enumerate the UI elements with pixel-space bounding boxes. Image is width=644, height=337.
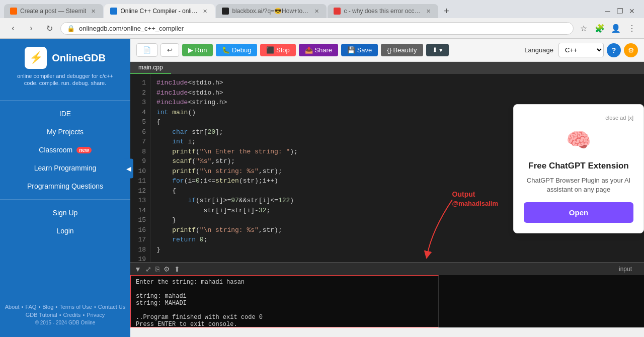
debug-button[interactable]: 🐛 Debug: [216, 44, 257, 56]
logo-text: OnlineGDB: [52, 52, 106, 64]
sidebar-collapse-button[interactable]: ◀: [124, 159, 133, 179]
sidebar-logo: ⚡ OnlineGDB: [25, 47, 106, 69]
sidebar-copyright: © 2015 - 2024 GDB Online: [4, 320, 126, 325]
new-file-button[interactable]: 📄: [136, 43, 157, 57]
console-area: Enter the string: mahadi hasan string: m…: [130, 275, 644, 327]
download-button[interactable]: ⬇ ▾: [426, 44, 449, 56]
sidebar-footer-links: About • FAQ • Blog • Terms of Use • Cont…: [4, 304, 126, 310]
tab-close-stackoverflow[interactable]: ✕: [424, 7, 432, 15]
sidebar-item-classroom[interactable]: Classroom new: [0, 141, 130, 159]
tab-title-steemit: Create a post — Steemit: [20, 8, 86, 15]
maximize-button[interactable]: ❐: [616, 7, 624, 15]
tab-favicon-4: [334, 8, 341, 15]
ad-brain-icon: 🧠: [564, 125, 594, 155]
ad-open-button[interactable]: Open: [524, 202, 633, 223]
app-layout: ⚡ OnlineGDB online compiler and debugger…: [0, 39, 644, 337]
tab-onlinegdb[interactable]: Online C++ Compiler - online c ✕: [104, 4, 215, 18]
ad-close-label[interactable]: close ad [x]: [605, 115, 633, 121]
extensions-icon[interactable]: 🧩: [594, 22, 606, 34]
beautify-button[interactable]: {} Beautify: [381, 44, 423, 56]
footer-link-about[interactable]: About: [5, 304, 20, 310]
console-output[interactable]: Enter the string: mahadi hasan string: m…: [130, 275, 439, 327]
save-button[interactable]: 💾 Save: [341, 44, 378, 56]
new-tab-button[interactable]: +: [439, 4, 453, 18]
main-content: 📄 ↩ ▶ Run 🐛 Debug ⬛ Stop 📤 Share 💾 Save …: [130, 39, 644, 337]
address-text: onlinegdb.com/online_c++_compiler: [79, 25, 567, 32]
console-input-area[interactable]: [439, 275, 644, 327]
tab-title-blackbox: blackbox.ai/?q=😎How+to+ce: [232, 8, 309, 15]
ad-overlay: close ad [x] 🧠 Free ChatGPT Extension Ch…: [513, 104, 644, 233]
sidebar-footer: About • FAQ • Blog • Terms of Use • Cont…: [0, 298, 130, 331]
open-file-button[interactable]: ↩: [160, 43, 179, 57]
tab-close-steemit[interactable]: ✕: [89, 7, 97, 15]
address-input[interactable]: 🔒 onlinegdb.com/online_c++_compiler: [60, 22, 574, 35]
line-numbers: 12345 678910 1112131415 16171819: [130, 74, 150, 262]
bottom-upload-button[interactable]: ⬆: [174, 265, 180, 273]
bottom-settings-button[interactable]: ⚙: [164, 265, 170, 273]
footer-link-faq[interactable]: FAQ: [25, 304, 36, 310]
browser-chrome: Create a post — Steemit ✕ Online C++ Com…: [0, 0, 644, 39]
bottom-popout-button[interactable]: ⤢: [145, 265, 151, 273]
footer-link-credits[interactable]: Credits: [63, 312, 81, 318]
file-tab-main[interactable]: main.cpp: [130, 62, 171, 74]
footer-link-contact[interactable]: Contact Us: [98, 304, 125, 310]
bottom-panel: ▼ ⤢ ⎘ ⚙ ⬆ input Enter the string: mahadi…: [130, 262, 644, 327]
settings-button[interactable]: ⚙: [624, 43, 638, 57]
language-label: Language: [524, 46, 553, 54]
ad-desc: ChatGPT Browser Plugin as your AI assist…: [524, 176, 633, 194]
sidebar-divider-2: [0, 199, 130, 200]
run-button[interactable]: ▶ Run: [182, 44, 213, 56]
tab-favicon: [10, 8, 17, 15]
sidebar-item-signup[interactable]: Sign Up: [0, 204, 130, 222]
file-tabs-bar: main.cpp: [130, 62, 644, 74]
window-controls: ─ ❐ ✕: [604, 7, 640, 15]
footer-link-privacy[interactable]: Privacy: [87, 312, 105, 318]
footer-link-gdb[interactable]: GDB Tutorial: [26, 312, 57, 318]
tab-stackoverflow[interactable]: c - why does this error occur:'c ✕: [328, 4, 438, 18]
editor-toolbar: 📄 ↩ ▶ Run 🐛 Debug ⬛ Stop 📤 Share 💾 Save …: [130, 39, 644, 62]
sidebar-item-login[interactable]: Login: [0, 222, 130, 240]
bottom-expand-button[interactable]: ▼: [134, 265, 141, 273]
stop-button[interactable]: ⬛ Stop: [260, 44, 295, 56]
profile-icon[interactable]: 👤: [610, 22, 622, 34]
ad-title: Free ChatGPT Extension: [524, 161, 633, 171]
sidebar-tagline: online compiler and debugger for c/c++ c…: [17, 73, 113, 86]
close-button[interactable]: ✕: [628, 7, 636, 15]
star-icon[interactable]: ☆: [578, 22, 590, 34]
sidebar-item-programming-questions[interactable]: Programming Questions: [0, 177, 130, 195]
back-button[interactable]: ‹: [6, 21, 20, 35]
forward-button[interactable]: ›: [24, 21, 38, 35]
tab-close-blackbox[interactable]: ✕: [312, 7, 320, 15]
bottom-toolbar: ▼ ⤢ ⎘ ⚙ ⬆ input: [130, 263, 644, 275]
help-button[interactable]: ?: [607, 43, 621, 57]
footer-link-blog[interactable]: Blog: [42, 304, 53, 310]
tab-favicon-3: [222, 8, 229, 15]
logo-icon: ⚡: [25, 47, 47, 69]
lock-icon: 🔒: [67, 25, 75, 32]
minimize-button[interactable]: ─: [604, 7, 612, 15]
tab-favicon-2: [110, 8, 117, 15]
menu-icon[interactable]: ⋮: [626, 22, 638, 34]
tab-title-stackoverflow: c - why does this error occur:'c: [344, 8, 421, 15]
tab-close-onlinegdb[interactable]: ✕: [201, 7, 209, 15]
tab-bar: Create a post — Steemit ✕ Online C++ Com…: [0, 0, 644, 18]
new-badge: new: [76, 147, 91, 153]
language-select[interactable]: C++ C Java Python 3: [558, 43, 604, 57]
footer-link-terms[interactable]: Terms of Use: [59, 304, 92, 310]
address-bar: ‹ › ↻ 🔒 onlinegdb.com/online_c++_compile…: [0, 18, 644, 39]
sidebar-item-learn-programming[interactable]: Learn Programming: [0, 159, 130, 177]
sidebar-item-ide[interactable]: IDE: [0, 105, 130, 123]
sidebar-item-my-projects[interactable]: My Projects: [0, 123, 130, 141]
input-label: input: [619, 266, 640, 273]
tab-blackbox[interactable]: blackbox.ai/?q=😎How+to+ce ✕: [216, 4, 327, 18]
tab-steemit[interactable]: Create a post — Steemit ✕: [4, 4, 103, 18]
ad-close-bar: close ad [x]: [524, 115, 633, 121]
refresh-button[interactable]: ↻: [42, 21, 56, 35]
tab-title-onlinegdb: Online C++ Compiler - online c: [120, 8, 198, 15]
sidebar-divider: [0, 100, 130, 101]
share-button[interactable]: 📤 Share: [299, 44, 338, 56]
sidebar-footer-links-2: GDB Tutorial • Credits • Privacy: [4, 312, 126, 318]
bottom-copy-button[interactable]: ⎘: [155, 265, 159, 273]
browser-toolbar-icons: ☆ 🧩 👤 ⋮: [578, 22, 638, 34]
sidebar-nav: IDE My Projects Classroom new Learn Prog…: [0, 105, 130, 240]
